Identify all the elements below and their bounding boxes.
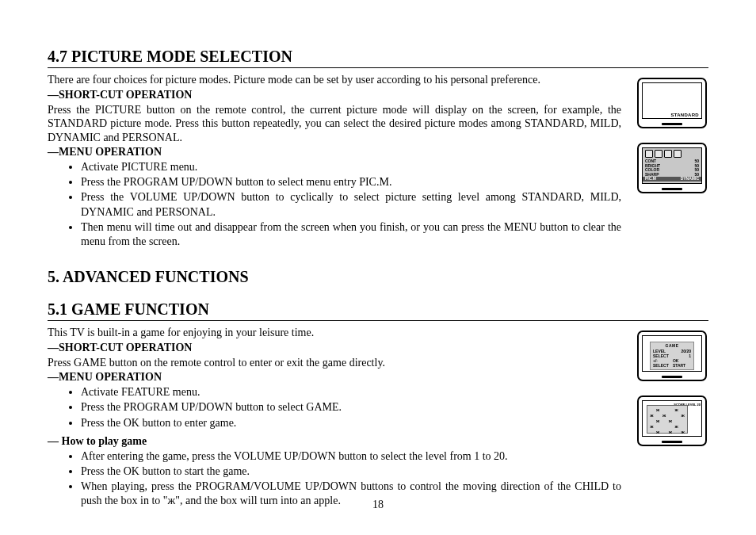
list-item: Press the PROGRAM UP/DOWN button to sele… (81, 400, 621, 415)
game-board-grid: жж жжж жж жж жжж (647, 405, 688, 434)
menu-op-heading: —MENU OPERATION (48, 146, 621, 159)
tv-mode-label: STANDARD (670, 113, 699, 117)
tv-illustration-menu: CONT50 BRIGHT50 COLOR50 SHARP50 PIC.MDYN… (637, 143, 707, 193)
section-47-body: There are four choices for picture modes… (48, 73, 708, 254)
heading-advanced-functions: 5. ADVANCED FUNCTIONS (48, 268, 708, 286)
list-item: Press the VOLUME UP/DOWN button to cycli… (81, 190, 621, 219)
list-item: Press the OK button to enter game. (81, 416, 621, 430)
section-51-body: This TV is built-in a game for enjoying … (48, 326, 708, 513)
menu-op-list: Activate PICTURE menu. Press the PROGRAM… (48, 160, 621, 249)
heading-picture-mode: 4.7 PICTURE MODE SELECTION (48, 48, 708, 66)
list-item: Activate FEATURE menu. (81, 385, 621, 399)
tv-illustration-standard: STANDARD (637, 78, 707, 128)
list-item: After entering the game, press the VOLUM… (81, 449, 621, 464)
intro-paragraph: There are four choices for picture modes… (48, 73, 621, 87)
heading-game-function: 5.1 GAME FUNCTION (48, 300, 708, 319)
page-number: 18 (0, 499, 756, 511)
shortcut-paragraph: Press GAME button on the remote control … (48, 356, 621, 370)
menu-op-list: Activate FEATURE menu. Press the PROGRAM… (48, 385, 621, 430)
tv-illustration-game-board: SCORE LEVEL 20 жж жжж жж жж жжж (637, 396, 707, 446)
divider (48, 320, 708, 321)
shortcut-heading: —SHORT-CUT OPERATION (48, 342, 621, 354)
divider (48, 67, 708, 68)
menu-op-heading: —MENU OPERATION (48, 371, 621, 384)
list-item: Activate PICTURE menu. (81, 160, 621, 174)
howto-heading: — How to play game (48, 435, 621, 448)
list-item: Press the OK button to start the game. (81, 464, 621, 479)
list-item: Press the PROGRAM UP/DOWN button to sele… (81, 175, 621, 189)
list-item: Then menu will time out and disappear fr… (81, 220, 621, 249)
shortcut-heading: —SHORT-CUT OPERATION (48, 89, 621, 101)
shortcut-paragraph: Press the PICTURE button on the remote c… (48, 103, 621, 145)
tv-illustration-game-menu: GAME LEVEL20/20 SELECT1 +/- SELECTOK STA… (637, 331, 707, 381)
intro-paragraph: This TV is built-in a game for enjoying … (48, 326, 621, 340)
